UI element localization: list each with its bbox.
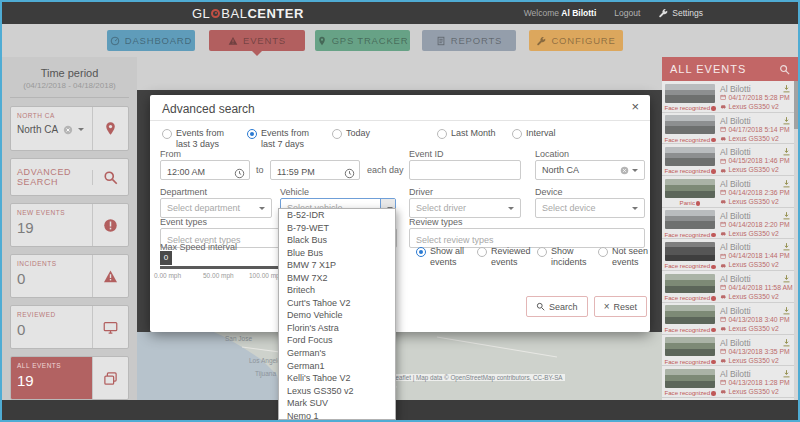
vehicle-dropdown-option[interactable]: German's xyxy=(279,347,395,360)
map-area[interactable]: San Jose Los Angeles Tijuana Leaflet | M… xyxy=(137,57,662,400)
download-icon[interactable] xyxy=(782,242,791,251)
from-time-field[interactable] xyxy=(160,160,250,180)
department-placeholder: Select department xyxy=(167,203,256,213)
review-types-field[interactable] xyxy=(409,228,645,248)
event-card[interactable]: Face recognized Al Bilotti 04/17/2018 5:… xyxy=(662,113,794,145)
date-range-radio[interactable]: Events from last 3 days xyxy=(162,128,236,151)
department-select[interactable]: Select department xyxy=(160,198,272,218)
event-card[interactable]: Face recognized Al Bilotti 04/13/2018 3:… xyxy=(662,335,794,367)
events-scrollbar[interactable] xyxy=(794,81,798,400)
search-icon[interactable] xyxy=(779,64,790,75)
car-icon xyxy=(720,325,727,332)
incidents-card[interactable]: INCIDENTS 0 xyxy=(10,254,129,298)
driver-select[interactable]: Select driver xyxy=(409,198,521,218)
clear-icon[interactable] xyxy=(620,166,629,175)
vehicle-dropdown-option[interactable]: Nemo 1 xyxy=(279,410,395,420)
chevron-down-icon[interactable] xyxy=(78,128,84,134)
date-range-radio[interactable]: Events from last 7 days xyxy=(247,128,321,151)
event-thumbnail[interactable] xyxy=(665,179,715,198)
event-thumbnail[interactable] xyxy=(665,305,715,324)
vehicle-dropdown-option[interactable]: B-79-WET xyxy=(279,222,395,235)
event-thumbnail[interactable] xyxy=(665,369,715,388)
download-icon[interactable] xyxy=(782,211,791,220)
event-thumbnail[interactable] xyxy=(665,115,715,134)
clock-icon[interactable] xyxy=(344,165,355,176)
event-thumbnail[interactable] xyxy=(665,210,715,229)
tab-dashboard[interactable]: DASHBOARD xyxy=(107,30,195,51)
vehicle-dropdown-option[interactable]: BMW 7X2 xyxy=(279,272,395,285)
event-card[interactable]: Face recognized Al Bilotti 04/14/2018 2:… xyxy=(662,208,794,240)
search-button[interactable]: Search xyxy=(526,296,588,317)
event-thumbnail[interactable] xyxy=(665,84,715,103)
event-card[interactable]: Face recognized Al Bilotti 04/14/2018 1:… xyxy=(662,239,794,271)
new-events-card[interactable]: NEW EVENTS 19 xyxy=(10,203,129,247)
settings-link[interactable]: Settings xyxy=(658,8,703,18)
vehicle-dropdown-option[interactable]: Britech xyxy=(279,284,395,297)
vehicle-dropdown-option[interactable]: Blue Bus xyxy=(279,247,395,260)
event-driver-name: Al Bilotti xyxy=(720,274,751,284)
download-icon[interactable] xyxy=(782,369,791,378)
vehicle-dropdown-option[interactable]: German1 xyxy=(279,360,395,373)
event-card[interactable]: Panic Al Bilotti 04/14/2018 2:36 PM Lexu… xyxy=(662,176,794,208)
vehicle-dropdown-option[interactable]: Florin's Astra xyxy=(279,322,395,335)
logo-text-bal: BAL xyxy=(221,6,247,21)
reviewed-card[interactable]: REVIEWED 0 xyxy=(10,305,129,349)
event-thumbnail[interactable] xyxy=(665,242,715,261)
download-icon[interactable] xyxy=(782,179,791,188)
download-icon[interactable] xyxy=(782,306,791,315)
all-events-card[interactable]: ALL EVENTS 19 xyxy=(10,356,129,400)
download-icon[interactable] xyxy=(782,274,791,283)
event-thumbnail[interactable] xyxy=(665,147,715,166)
download-icon[interactable] xyxy=(782,147,791,156)
scrollbar-thumb[interactable] xyxy=(794,81,798,129)
radio-label: Today xyxy=(346,128,370,139)
advanced-search-label: ADVANCED SEARCH xyxy=(17,167,86,187)
date-range-radio[interactable]: Interval xyxy=(512,128,556,139)
download-icon[interactable] xyxy=(782,338,791,347)
vehicle-dropdown-option[interactable]: Ford Focus xyxy=(279,334,395,347)
device-select[interactable]: Select device xyxy=(535,198,645,218)
download-icon[interactable] xyxy=(782,116,791,125)
event-thumbnail[interactable] xyxy=(665,274,715,293)
event-id-field[interactable] xyxy=(409,160,521,180)
tab-reports[interactable]: REPORTS xyxy=(422,30,516,51)
vehicle-dropdown-option[interactable]: Mark SUV xyxy=(279,397,395,410)
review-filter-radio[interactable]: Not seen events xyxy=(598,246,650,269)
slider-handle[interactable]: 0 xyxy=(160,251,172,265)
tab-configure[interactable]: CONFIGURE xyxy=(529,30,623,51)
left-sidebar: Time period (04/12/2018 - 04/18/2018) NO… xyxy=(2,57,137,400)
tab-events[interactable]: EVENTS xyxy=(209,30,305,51)
vehicle-dropdown-option[interactable]: Lexus GS350 v2 xyxy=(279,385,395,398)
vehicle-dropdown-option[interactable]: Kelli's Tahoe V2 xyxy=(279,372,395,385)
advanced-search-card[interactable]: ADVANCED SEARCH xyxy=(10,158,129,196)
download-icon[interactable] xyxy=(782,84,791,93)
calendar-icon xyxy=(720,158,727,165)
location-filter-card[interactable]: NORTH CA North CA xyxy=(10,106,129,151)
event-card[interactable]: Face recognized Al Bilotti 04/15/2018 1:… xyxy=(662,144,794,176)
vehicle-dropdown-option[interactable]: Demo Vehicle xyxy=(279,309,395,322)
clear-icon[interactable] xyxy=(63,125,73,135)
event-thumbnail[interactable] xyxy=(665,337,715,356)
welcome-text: Welcome Al Bilotti xyxy=(524,8,597,18)
event-id-input[interactable] xyxy=(410,163,520,181)
vehicle-dropdown-option[interactable]: Black Bus xyxy=(279,234,395,247)
vehicle-dropdown-option[interactable]: Curt's Tahoe V2 xyxy=(279,297,395,310)
radio-circle-icon xyxy=(332,129,342,139)
clock-icon[interactable] xyxy=(234,165,245,176)
location-select[interactable]: North CA xyxy=(535,160,645,180)
event-card[interactable]: Face recognized Al Bilotti 04/17/2018 5:… xyxy=(662,81,794,113)
event-card[interactable]: Face recognized Al Bilotti 04/13/2018 3:… xyxy=(662,303,794,335)
to-time-field[interactable] xyxy=(270,160,360,180)
vehicle-dropdown-option[interactable]: B-52-IDR xyxy=(279,209,395,222)
vehicle-dropdown-option[interactable]: BMW 7 X1P xyxy=(279,259,395,272)
reset-button[interactable]: × Reset xyxy=(594,296,647,317)
date-range-radio[interactable]: Today xyxy=(332,128,370,139)
date-range-radio[interactable]: Last Month xyxy=(437,128,496,139)
event-card[interactable]: Al Bilotti xyxy=(662,398,794,400)
tab-gps-tracker[interactable]: GPS TRACKER xyxy=(315,30,410,51)
close-icon[interactable]: × xyxy=(631,99,639,114)
radio-circle-icon xyxy=(512,129,522,139)
logout-link[interactable]: Logout xyxy=(614,8,640,18)
event-card[interactable]: Face recognized Al Bilotti 04/14/2018 11… xyxy=(662,271,794,303)
event-card[interactable]: Face recognized Al Bilotti 04/13/2018 1:… xyxy=(662,366,794,398)
